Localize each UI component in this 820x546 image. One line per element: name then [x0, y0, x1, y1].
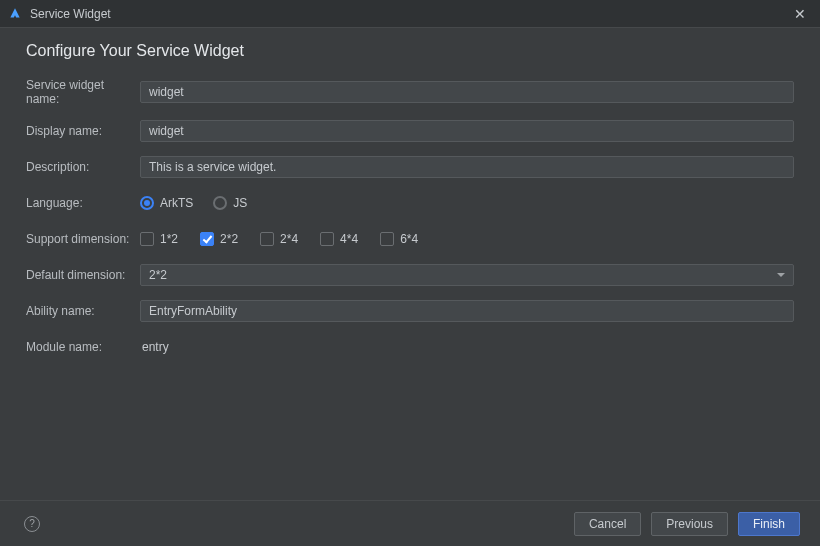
checkbox-label: 6*4 [400, 232, 418, 246]
checkbox-icon [320, 232, 334, 246]
label-display-name: Display name: [26, 124, 140, 138]
row-description: Description: [26, 156, 794, 178]
checkbox-label: 2*2 [220, 232, 238, 246]
widget-name-input[interactable] [140, 81, 794, 103]
label-module-name: Module name: [26, 340, 140, 354]
close-icon[interactable]: ✕ [788, 6, 812, 22]
checkbox-checked-icon [200, 232, 214, 246]
row-ability-name: Ability name: [26, 300, 794, 322]
checkbox-dim-2x4[interactable]: 2*4 [260, 232, 298, 246]
label-language: Language: [26, 196, 140, 210]
chevron-down-icon [777, 273, 785, 277]
label-ability-name: Ability name: [26, 304, 140, 318]
checkbox-icon [140, 232, 154, 246]
cancel-button[interactable]: Cancel [574, 512, 641, 536]
app-logo-icon [8, 7, 22, 21]
row-support-dimension: Support dimension: 1*2 2*2 2*4 4*4 6*4 [26, 228, 794, 250]
previous-button[interactable]: Previous [651, 512, 728, 536]
radio-selected-icon [140, 196, 154, 210]
radio-label: JS [233, 196, 247, 210]
checkbox-label: 1*2 [160, 232, 178, 246]
finish-button[interactable]: Finish [738, 512, 800, 536]
window-title: Service Widget [30, 7, 111, 21]
checkbox-dim-1x2[interactable]: 1*2 [140, 232, 178, 246]
label-default-dimension: Default dimension: [26, 268, 140, 282]
checkbox-dim-4x4[interactable]: 4*4 [320, 232, 358, 246]
footer: ? Cancel Previous Finish [0, 500, 820, 546]
radio-icon [213, 196, 227, 210]
module-name-value: entry [140, 340, 169, 354]
description-input[interactable] [140, 156, 794, 178]
display-name-input[interactable] [140, 120, 794, 142]
checkbox-dim-2x2[interactable]: 2*2 [200, 232, 238, 246]
ability-name-input[interactable] [140, 300, 794, 322]
row-module-name: Module name: entry [26, 336, 794, 358]
radio-label: ArkTS [160, 196, 193, 210]
row-display-name: Display name: [26, 120, 794, 142]
page-title: Configure Your Service Widget [26, 42, 794, 60]
select-value: 2*2 [149, 265, 167, 285]
row-default-dimension: Default dimension: 2*2 [26, 264, 794, 286]
checkbox-icon [260, 232, 274, 246]
checkbox-icon [380, 232, 394, 246]
label-widget-name: Service widget name: [26, 78, 140, 106]
checkbox-label: 2*4 [280, 232, 298, 246]
checkbox-dim-6x4[interactable]: 6*4 [380, 232, 418, 246]
row-widget-name: Service widget name: [26, 78, 794, 106]
radio-language-js[interactable]: JS [213, 196, 247, 210]
titlebar: Service Widget ✕ [0, 0, 820, 28]
label-description: Description: [26, 160, 140, 174]
row-language: Language: ArkTS JS [26, 192, 794, 214]
main-content: Configure Your Service Widget Service wi… [0, 28, 820, 500]
default-dimension-select[interactable]: 2*2 [140, 264, 794, 286]
help-icon[interactable]: ? [24, 516, 40, 532]
checkbox-label: 4*4 [340, 232, 358, 246]
label-support-dimension: Support dimension: [26, 232, 140, 246]
radio-language-arkts[interactable]: ArkTS [140, 196, 193, 210]
